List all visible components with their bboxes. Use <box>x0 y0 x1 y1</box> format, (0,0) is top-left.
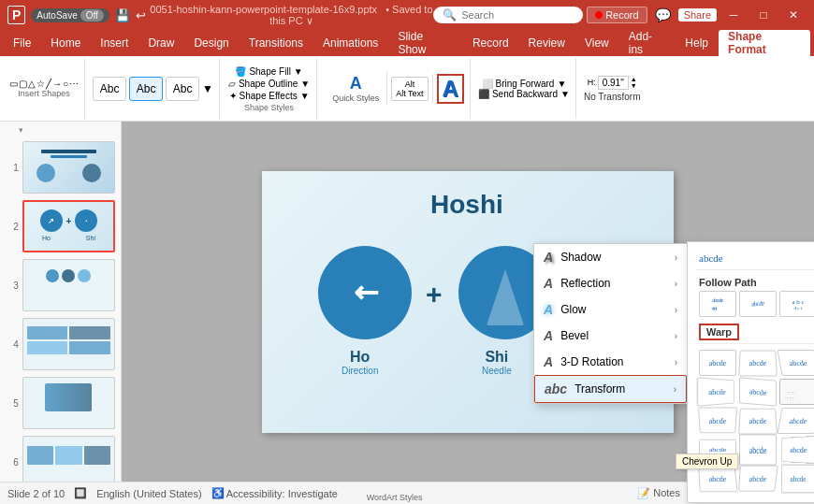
slide-img-2[interactable]: ↗ + • Ho Shi <box>22 200 115 252</box>
follow-path-item-3[interactable]: a b cd e f <box>779 291 814 317</box>
shape-triangle-icon[interactable]: △ <box>28 79 36 89</box>
undo-icon[interactable]: ↩ <box>136 8 146 22</box>
follow-path-item-2[interactable]: abcde <box>739 291 777 317</box>
tab-help[interactable]: Help <box>676 30 718 56</box>
send-backward-button[interactable]: ⬛ Send Backward ▼ <box>478 89 570 99</box>
bevel-chevron-icon: › <box>675 331 677 341</box>
shape-rect-icon[interactable]: ▭ <box>9 79 18 89</box>
alt-text-button[interactable]: Alt Alt Text <box>391 77 428 101</box>
close-button[interactable]: ✕ <box>780 6 807 24</box>
warp-item-6[interactable]: abcde <box>739 377 777 406</box>
slide-num-3: 3 <box>6 281 19 291</box>
accessibility-label[interactable]: ♿ Accessibility: Investigate <box>211 487 338 499</box>
warp-item-chevron-up[interactable]: ·:·:· ·:·:·:· <box>779 379 814 405</box>
shape-outline-dropdown[interactable]: ▼ <box>300 79 310 89</box>
tab-shape-format[interactable]: Shape Format <box>719 30 810 56</box>
tab-insert[interactable]: Insert <box>91 30 138 56</box>
tab-transitions[interactable]: Transitions <box>240 30 313 56</box>
menu-item-3d-rotation[interactable]: A 3-D Rotation › <box>534 349 687 375</box>
quick-styles-button[interactable]: A Quick Styles <box>325 72 387 105</box>
tab-addins[interactable]: Add-ins <box>619 30 676 56</box>
style-btn-1[interactable]: Abc <box>93 77 126 101</box>
warp-item-15[interactable]: abcde <box>781 436 814 465</box>
share-icon[interactable]: Share <box>678 8 717 22</box>
shape-arrow-icon[interactable]: → <box>52 79 62 89</box>
slide-info-icon[interactable]: 🔲 <box>74 487 87 499</box>
slide-img-5[interactable] <box>22 377 115 429</box>
style-btn-2[interactable]: Abc <box>129 77 163 101</box>
follow-path-item-1[interactable]: abcdefghij <box>699 291 736 317</box>
powerpoint-logo-icon: P <box>7 6 25 24</box>
style-btn-3[interactable]: Abc <box>166 77 199 101</box>
shape-round-icon[interactable]: ▢ <box>19 79 27 89</box>
warp-item-19[interactable]: abcde <box>781 465 814 494</box>
insert-shapes-section: ▭ ▢ △ ☆ ╱ → ○ ⋯ Insert Shapes <box>4 58 85 119</box>
shape-fill-option[interactable]: 🪣 Shape Fill ▼ <box>234 65 303 78</box>
shape-star-icon[interactable]: ☆ <box>36 79 45 89</box>
menu-item-transform[interactable]: abc Transform › <box>534 375 687 403</box>
tab-animations[interactable]: Animations <box>313 30 387 56</box>
send-backward-dropdown[interactable]: ▼ <box>560 89 570 99</box>
warp-item-1[interactable]: abcde <box>699 350 736 376</box>
3d-rotation-a-icon: A <box>544 354 553 369</box>
slide-thumb-2[interactable]: 2 ↗ + • Ho Shi <box>4 198 117 254</box>
slide-img-3[interactable] <box>22 259 115 311</box>
accessibility-icon: ♿ <box>211 487 225 499</box>
warp-item-10[interactable]: abcde <box>738 409 778 435</box>
menu-item-bevel[interactable]: A Bevel › <box>534 323 687 349</box>
minimize-button[interactable]: ─ <box>720 6 747 24</box>
slide-img-1[interactable] <box>22 141 115 194</box>
tab-slideshow[interactable]: Slide Show <box>388 30 462 56</box>
record-button[interactable]: Record <box>587 7 647 23</box>
warp-item-2[interactable]: abcde <box>738 351 778 377</box>
style-dropdown-icon[interactable]: ▼ <box>202 82 213 95</box>
slide-img-6[interactable] <box>22 436 115 482</box>
warp-item-9[interactable]: abcde <box>698 407 737 433</box>
shape-effects-option[interactable]: ✦ Shape Effects ▼ <box>228 90 311 102</box>
direction-sublabel: Direction <box>342 366 378 376</box>
notes-button[interactable]: 📝 Notes <box>637 487 680 499</box>
bring-forward-button[interactable]: ⬜ Bring Forward ▼ <box>482 79 567 89</box>
slide-thumb-5[interactable]: 5 <box>4 375 117 431</box>
shape-more-icon[interactable]: ⋯ <box>69 79 79 89</box>
warp-item-14[interactable]: abcde <box>739 434 777 466</box>
restore-button[interactable]: □ <box>750 6 777 24</box>
tab-review[interactable]: Review <box>519 30 574 56</box>
slide-img-4[interactable] <box>22 318 115 370</box>
size-spinner[interactable]: ▲ ▼ <box>631 76 637 89</box>
slide-thumb-4[interactable]: 4 <box>4 316 117 372</box>
search-input[interactable] <box>461 9 574 21</box>
shape-circle-icon[interactable]: ○ <box>63 79 68 89</box>
comment-icon[interactable]: 💬 <box>651 6 675 24</box>
menu-item-glow[interactable]: A Glow › <box>534 296 687 323</box>
warp-item-5[interactable]: abcde <box>697 377 734 407</box>
tab-home[interactable]: Home <box>41 30 90 56</box>
save-icon[interactable]: 💾 <box>115 8 130 22</box>
warp-item-3[interactable]: abcde <box>778 350 814 376</box>
reflection-label: Reflection <box>560 277 667 290</box>
autosave-toggle[interactable]: Off <box>80 9 104 22</box>
tab-draw[interactable]: Draw <box>138 30 183 56</box>
warp-item-11[interactable]: abcde <box>778 408 814 434</box>
slide-thumb-6[interactable]: 6 <box>4 434 117 482</box>
tab-design[interactable]: Design <box>184 30 238 56</box>
tab-record[interactable]: Record <box>463 30 518 56</box>
shape-fill-dropdown[interactable]: ▼ <box>294 66 303 77</box>
warp-item-18[interactable]: abcde <box>738 466 778 492</box>
wordart-a-button[interactable]: A <box>437 74 464 104</box>
slide-num-1: 1 <box>6 163 19 173</box>
menu-item-reflection[interactable]: A Reflection › <box>534 270 687 296</box>
glow-label: Glow <box>560 303 667 316</box>
menu-item-shadow[interactable]: A Shadow › <box>534 244 687 270</box>
alt-text-icon: Alt <box>396 79 423 89</box>
search-box[interactable]: 🔍 <box>433 7 583 23</box>
tab-view[interactable]: View <box>575 30 618 56</box>
bring-forward-dropdown[interactable]: ▼ <box>557 79 566 89</box>
shape-outline-option[interactable]: ▱ Shape Outline ▼ <box>227 78 311 90</box>
tab-file[interactable]: File <box>4 30 40 56</box>
shape-line-icon[interactable]: ╱ <box>46 79 51 89</box>
shape-effects-dropdown[interactable]: ▼ <box>300 91 310 101</box>
slide-thumb-3[interactable]: 3 <box>4 257 117 313</box>
slide-thumb-1[interactable]: 1 <box>4 139 117 195</box>
warp-item-17[interactable]: abcde <box>698 466 737 492</box>
